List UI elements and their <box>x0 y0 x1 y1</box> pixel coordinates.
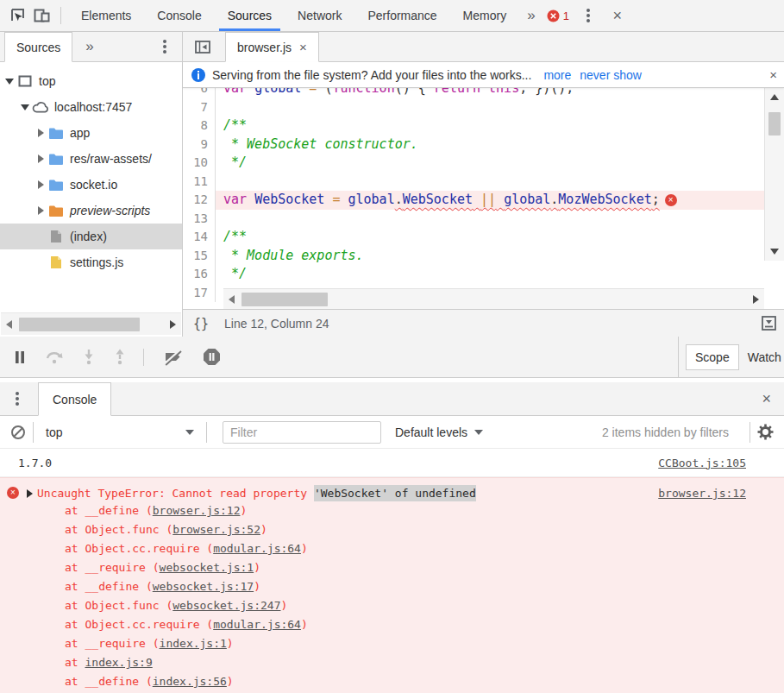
scroll-left-icon[interactable] <box>229 295 235 304</box>
line-content[interactable] <box>216 98 784 117</box>
tree-item-app[interactable]: app <box>0 120 182 146</box>
scroll-right-icon[interactable] <box>753 295 759 304</box>
line-content[interactable]: var WebSocket = global.WebSocket || glob… <box>216 191 784 210</box>
expander-closed-icon[interactable] <box>34 206 47 215</box>
line-number[interactable]: 15 <box>183 247 216 266</box>
scroll-down-icon[interactable] <box>770 249 779 255</box>
tab-sources-nav[interactable]: Sources <box>4 32 72 62</box>
scroll-right-icon[interactable] <box>170 320 176 329</box>
tab-scope[interactable]: Scope <box>686 344 739 370</box>
line-content[interactable]: * Module exports. <box>216 247 784 266</box>
source-location-link[interactable]: websocket.js:17 <box>153 580 254 593</box>
pause-on-exceptions-icon[interactable] <box>203 348 221 366</box>
source-location-link[interactable]: index.js:56 <box>153 675 227 688</box>
line-number[interactable]: 7 <box>183 98 216 117</box>
code-line-11[interactable]: 11 <box>183 173 784 192</box>
tree-item-preview-scripts[interactable]: preview-scripts <box>0 198 182 224</box>
tree-item-res-raw-assets-[interactable]: res/raw-assets/ <box>0 146 182 172</box>
code-line-13[interactable]: 13 <box>183 210 784 229</box>
device-toolbar-icon[interactable] <box>29 4 53 27</box>
tree-item-settings-js[interactable]: settings.js <box>0 249 182 275</box>
code-viewport[interactable]: 6var global = (function() { return this;… <box>183 88 784 309</box>
tab-watch[interactable]: Watch <box>739 345 784 369</box>
line-content[interactable]: var global = (function() { return this; … <box>216 88 784 98</box>
source-location-link[interactable]: browser.js:12 <box>153 504 241 517</box>
step-over-icon[interactable] <box>45 350 64 365</box>
tree-item-top[interactable]: top <box>0 68 182 94</box>
line-content[interactable] <box>216 173 784 192</box>
source-location-link[interactable]: websocket.js:247 <box>172 599 280 612</box>
line-number[interactable]: 17 <box>183 284 216 303</box>
source-location-link[interactable]: modular.js:64 <box>213 542 301 555</box>
line-content[interactable]: */ <box>216 154 784 173</box>
more-panels-icon[interactable]: » <box>519 7 543 24</box>
expander-closed-icon[interactable] <box>34 154 47 163</box>
line-number[interactable]: 9 <box>183 135 216 154</box>
toggle-breakpoints-sidebar-icon[interactable] <box>762 316 776 331</box>
tree-item--index-[interactable]: (index) <box>0 224 182 249</box>
scroll-up-icon[interactable] <box>770 94 779 100</box>
error-count-badge[interactable]: 1 <box>547 9 569 22</box>
source-location-link[interactable]: browser.js:52 <box>172 523 260 536</box>
source-location-link[interactable]: CCBoot.js:105 <box>658 457 746 469</box>
devtools-menu-icon[interactable] <box>576 4 600 27</box>
deactivate-breakpoints-icon[interactable] <box>163 349 184 366</box>
line-content[interactable]: /** <box>216 228 784 247</box>
scrollbar-thumb[interactable] <box>768 112 781 135</box>
line-content[interactable] <box>216 210 784 229</box>
source-location-link[interactable]: index.js:1 <box>160 637 227 650</box>
infobar-never-show-link[interactable]: never show <box>580 68 642 82</box>
step-out-icon[interactable] <box>114 349 126 365</box>
scroll-left-icon[interactable] <box>6 320 12 329</box>
tab-console[interactable]: Console <box>38 382 111 416</box>
pretty-print-icon[interactable]: {} <box>193 316 209 331</box>
line-number[interactable]: 11 <box>183 173 216 192</box>
devtools-tab-console[interactable]: Console <box>148 0 210 31</box>
tree-item-socket-io[interactable]: socket.io <box>0 172 182 198</box>
line-content[interactable]: * WebSocket constructor. <box>216 135 784 154</box>
scrollbar-thumb[interactable] <box>19 318 140 331</box>
editor-vertical-scrollbar[interactable] <box>764 88 784 261</box>
scrollbar-thumb[interactable] <box>241 293 328 306</box>
expander-open-icon[interactable] <box>3 79 16 85</box>
source-location-link[interactable]: index.js:9 <box>85 656 152 669</box>
code-line-16[interactable]: 16 */ <box>183 265 784 284</box>
infobar-close-icon[interactable]: × <box>769 68 777 81</box>
nav-menu-icon[interactable] <box>163 45 166 48</box>
more-nav-tabs-icon[interactable]: » <box>78 38 101 55</box>
devtools-tab-network[interactable]: Network <box>289 0 350 31</box>
source-location-link[interactable]: websocket.js:1 <box>160 561 254 574</box>
line-number[interactable]: 10 <box>183 154 216 173</box>
toggle-navigator-icon[interactable] <box>191 35 215 58</box>
drawer-close-icon[interactable]: × <box>762 391 771 406</box>
console-settings-gear-icon[interactable] <box>757 424 774 440</box>
tab-browser-js[interactable]: browser.js × <box>225 32 319 62</box>
editor-horizontal-scrollbar[interactable] <box>223 288 764 309</box>
tree-item-localhost-7457[interactable]: localhost:7457 <box>0 94 182 120</box>
console-filter-input[interactable] <box>223 421 381 444</box>
pause-script-icon[interactable] <box>14 350 26 364</box>
line-content[interactable]: /** <box>216 117 784 135</box>
line-number[interactable]: 14 <box>183 228 216 247</box>
expander-closed-icon[interactable] <box>34 129 47 137</box>
execution-context-select[interactable]: top <box>41 425 199 439</box>
devtools-tab-performance[interactable]: Performance <box>359 0 445 31</box>
infobar-more-link[interactable]: more <box>543 68 571 82</box>
code-line-12[interactable]: 12var WebSocket = global.WebSocket || gl… <box>183 191 784 210</box>
line-number[interactable]: 6 <box>183 88 216 98</box>
code-line-6[interactable]: 6var global = (function() { return this;… <box>183 88 784 98</box>
code-line-7[interactable]: 7 <box>183 98 784 117</box>
clear-console-icon[interactable] <box>10 425 26 440</box>
step-into-icon[interactable] <box>83 349 95 365</box>
sidebar-horizontal-scrollbar[interactable] <box>1 312 181 335</box>
devtools-tab-elements[interactable]: Elements <box>72 0 140 31</box>
inspect-element-icon[interactable] <box>5 4 29 27</box>
expander-open-icon[interactable] <box>19 104 31 110</box>
close-file-tab-icon[interactable]: × <box>299 40 307 54</box>
devtools-close-icon[interactable]: × <box>605 4 630 27</box>
source-location-link[interactable]: modular.js:64 <box>213 618 301 631</box>
expander-closed-icon[interactable] <box>34 180 47 189</box>
expand-triangle-icon[interactable] <box>27 489 33 498</box>
line-number[interactable]: 16 <box>183 265 216 284</box>
line-number[interactable]: 12 <box>183 191 216 210</box>
